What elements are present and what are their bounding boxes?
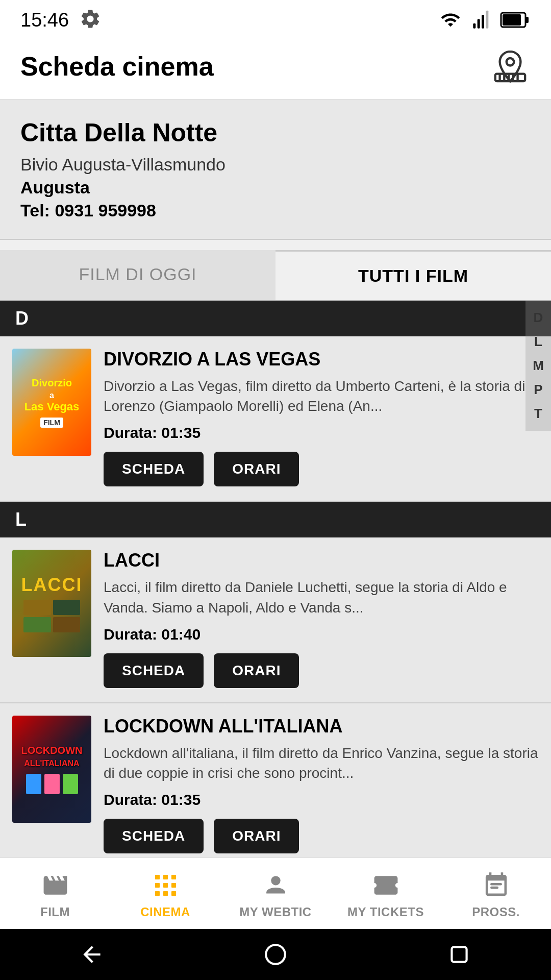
svg-rect-3 — [486, 11, 488, 29]
app-header: Scheda cinema — [0, 36, 551, 100]
films-list: D Divorzio a Las Vegas FILM DIVORZIO A L… — [0, 301, 551, 869]
page-title: Scheda cinema — [20, 51, 214, 82]
cinema-address: Bivio Augusta-Villasmundo — [20, 155, 531, 175]
cinema-name: Citta Della Notte — [20, 118, 531, 148]
film-title-divorzio: DIVORZIO A LAS VEGAS — [104, 349, 539, 370]
cinema-phone: Tel: 0931 959998 — [20, 201, 531, 220]
nav-item-pross[interactable]: PROSS. — [455, 870, 537, 919]
orari-button-lacci[interactable]: ORARI — [214, 653, 299, 688]
orari-button-lockdown[interactable]: ORARI — [214, 819, 299, 853]
tabs-container: FILM DI OGGI TUTTI I FILM — [0, 250, 551, 301]
svg-point-26 — [266, 945, 285, 964]
svg-rect-25 — [490, 887, 498, 889]
mywebtic-nav-icon — [260, 870, 291, 901]
film-details-divorzio: DIVORZIO A LAS VEGAS Divorzio a Las Vega… — [104, 349, 539, 486]
svg-rect-0 — [473, 23, 475, 29]
nav-label-film: FILM — [40, 905, 70, 919]
film-duration-lacci: Durata: 01:40 — [104, 626, 539, 643]
scheda-button-lockdown[interactable]: SCHEDA — [104, 819, 204, 853]
recents-button[interactable] — [439, 934, 480, 975]
alpha-t[interactable]: T — [534, 402, 542, 426]
cinema-nav-icon — [150, 870, 181, 901]
svg-rect-6 — [503, 14, 521, 26]
nav-label-cinema: CINEMA — [140, 905, 190, 919]
map-icon[interactable] — [490, 46, 531, 87]
svg-rect-17 — [155, 883, 159, 888]
scheda-button-divorzio[interactable]: SCHEDA — [104, 452, 204, 486]
film-poster-divorzio: Divorzio a Las Vegas FILM — [12, 349, 91, 456]
nav-item-film[interactable]: FILM — [14, 870, 96, 919]
svg-rect-2 — [482, 15, 484, 29]
mytickets-nav-icon — [370, 870, 401, 901]
svg-rect-19 — [171, 883, 176, 888]
section-header-l: L — [0, 502, 551, 537]
bottom-nav: FILM CINEMA MY WEBTIC — [0, 857, 551, 929]
film-item-lockdown: LOCKDOWNALL'ITALIANA LOCKDOWN ALL'ITALIA… — [0, 703, 551, 869]
svg-rect-16 — [171, 875, 176, 879]
alpha-index-sidebar: D L M P T — [525, 301, 551, 431]
svg-rect-27 — [452, 947, 466, 962]
film-description-lacci: Lacci, il film diretto da Daniele Luchet… — [104, 577, 539, 617]
svg-rect-24 — [490, 883, 502, 886]
svg-point-7 — [507, 58, 514, 66]
status-icons — [438, 10, 531, 30]
nav-item-mytickets[interactable]: MY TICKETS — [345, 870, 427, 919]
film-nav-icon — [40, 870, 70, 901]
status-bar: 15:46 — [0, 0, 551, 36]
nav-label-mytickets: MY TICKETS — [347, 905, 424, 919]
settings-icon — [79, 8, 102, 32]
pross-nav-icon — [481, 870, 511, 901]
film-item-lacci: LACCI LACCI Lacci, il film diretto da Da… — [0, 537, 551, 703]
film-buttons-lacci: SCHEDA ORARI — [104, 653, 539, 688]
svg-rect-1 — [478, 19, 480, 28]
alpha-d[interactable]: D — [534, 306, 543, 330]
film-item-divorzio: Divorzio a Las Vegas FILM DIVORZIO A LAS… — [0, 336, 551, 502]
svg-rect-14 — [155, 875, 159, 879]
film-title-lockdown: LOCKDOWN ALL'ITALIANA — [104, 716, 539, 737]
film-details-lockdown: LOCKDOWN ALL'ITALIANA Lockdown all'itali… — [104, 716, 539, 853]
alpha-p[interactable]: P — [534, 378, 542, 402]
svg-rect-18 — [163, 883, 167, 888]
svg-rect-21 — [163, 891, 167, 896]
scheda-button-lacci[interactable]: SCHEDA — [104, 653, 204, 688]
svg-point-23 — [271, 876, 280, 885]
status-time: 15:46 — [20, 9, 69, 31]
svg-rect-20 — [155, 891, 159, 896]
nav-item-mywebtic[interactable]: MY WEBTIC — [235, 870, 316, 919]
film-title-lacci: LACCI — [104, 550, 539, 571]
android-nav-bar — [0, 929, 551, 980]
nav-label-mywebtic: MY WEBTIC — [239, 905, 311, 919]
tab-tutti-i-film[interactable]: TUTTI I FILM — [276, 250, 551, 300]
film-description-lockdown: Lockdown all'italiana, il film diretto d… — [104, 743, 539, 783]
section-header-d: D — [0, 301, 551, 336]
film-duration-lockdown: Durata: 01:35 — [104, 791, 539, 808]
svg-rect-5 — [525, 17, 529, 23]
nav-label-pross: PROSS. — [472, 905, 520, 919]
svg-rect-22 — [171, 891, 176, 896]
film-buttons-divorzio: SCHEDA ORARI — [104, 452, 539, 486]
cinema-info-card: Citta Della Notte Bivio Augusta-Villasmu… — [0, 100, 551, 240]
tab-film-di-oggi[interactable]: FILM DI OGGI — [0, 250, 276, 300]
film-duration-divorzio: Durata: 01:35 — [104, 424, 539, 442]
film-details-lacci: LACCI Lacci, il film diretto da Daniele … — [104, 550, 539, 688]
nav-item-cinema[interactable]: CINEMA — [124, 870, 206, 919]
cinema-city: Augusta — [20, 178, 531, 198]
back-button[interactable] — [71, 934, 112, 975]
alpha-m[interactable]: M — [533, 354, 544, 378]
orari-button-divorzio[interactable]: ORARI — [214, 452, 299, 486]
home-button[interactable] — [255, 934, 296, 975]
film-poster-lacci: LACCI — [12, 550, 91, 657]
alpha-l[interactable]: L — [534, 330, 542, 354]
film-description-divorzio: Divorzio a Las Vegas, film diretto da Um… — [104, 376, 539, 416]
film-poster-lockdown: LOCKDOWNALL'ITALIANA — [12, 716, 91, 823]
film-buttons-lockdown: SCHEDA ORARI — [104, 819, 539, 853]
svg-rect-15 — [163, 875, 167, 879]
